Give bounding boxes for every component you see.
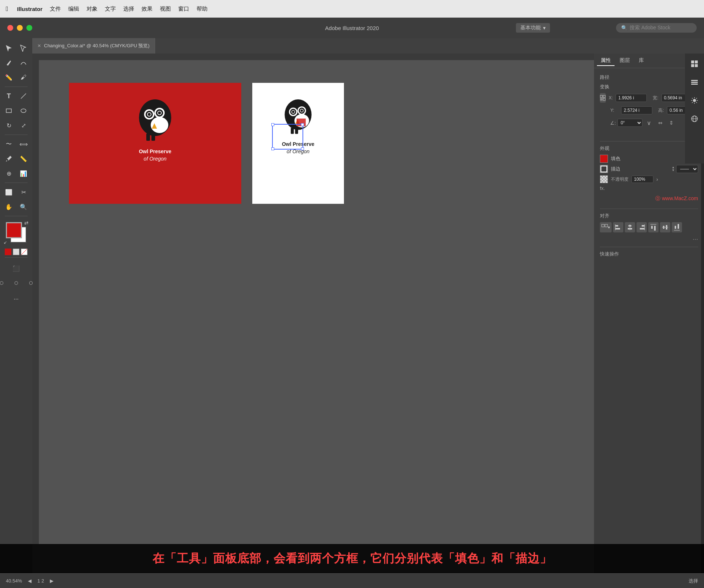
transform-anchor-icon[interactable] [600, 93, 606, 103]
align-center-v-button[interactable] [660, 222, 670, 232]
minimize-button[interactable] [17, 25, 23, 31]
nav-next[interactable]: ▶ [50, 578, 54, 584]
extra-tool1[interactable]: ⬡ [0, 276, 8, 290]
angle-select[interactable]: 0° 90° 180° 270° [617, 119, 642, 127]
svg-rect-43 [600, 98, 602, 100]
x-input[interactable] [616, 94, 647, 102]
brush-tools: ✏️ 🖌 [2, 70, 30, 84]
flip-vertical-button[interactable]: ⇕ [667, 118, 676, 128]
slice-tool[interactable]: ✂ [16, 185, 30, 199]
direct-selection-tool[interactable] [16, 41, 30, 55]
annotation-text: 在「工具」面板底部，会看到两个方框，它们分别代表「填色」和「描边」 [153, 551, 552, 567]
extra-tool2[interactable]: ⬡ [9, 276, 23, 290]
svg-rect-63 [675, 226, 676, 229]
workspace-selector[interactable]: 基本功能 ▾ [516, 23, 550, 33]
type-tool[interactable]: T [2, 89, 16, 103]
owl-logo-1: Owl Preserve of Oregon [133, 98, 177, 162]
globe-icon[interactable] [689, 113, 700, 125]
svg-rect-49 [615, 228, 620, 229]
graph-tool[interactable]: 📊 [16, 166, 30, 180]
flip-horizontal-button[interactable]: ⇔ [656, 118, 665, 128]
fullscreen-button[interactable] [26, 25, 32, 31]
fx-label[interactable]: fx. [600, 185, 605, 191]
zoom-tool[interactable]: 🔍 [16, 200, 30, 214]
align-center-h-button[interactable] [625, 222, 635, 232]
rotate-tool[interactable]: ↻ [2, 118, 16, 132]
menu-select[interactable]: 选择 [123, 5, 134, 12]
measure-tool[interactable]: 📏 [16, 152, 30, 166]
menu-help[interactable]: 帮助 [197, 5, 208, 12]
menu-object[interactable]: 对象 [87, 5, 98, 12]
status-bar: 40.54% ◀ 1 2 ▶ 选择 [0, 573, 704, 588]
svg-rect-4 [695, 60, 698, 63]
menu-bar:  Illustrator 文件 编辑 对象 文字 选择 效果 视图 窗口 帮助 [0, 0, 704, 18]
change-screen-mode[interactable]: ⬛ [9, 261, 23, 275]
layers-icon[interactable] [689, 76, 700, 88]
warp-tool[interactable]: 〜 [2, 137, 16, 151]
align-to-dropdown[interactable]: ▾ [600, 222, 612, 232]
document-tab[interactable]: ✕ Changing_Color.ai* @ 40.54% (CMYK/GPU … [32, 38, 155, 54]
swap-colors-button[interactable]: ⇄ [24, 220, 29, 226]
menu-edit[interactable]: 编辑 [68, 5, 79, 12]
more-tools[interactable]: ··· [9, 292, 23, 306]
menu-view[interactable]: 视图 [160, 5, 171, 12]
zoom-level[interactable]: 40.54% [6, 578, 22, 584]
angle-expand[interactable]: ∨ [647, 120, 651, 126]
pencil-tool[interactable]: ✏️ [2, 70, 16, 84]
y-input[interactable] [621, 106, 652, 114]
selection-tool[interactable] [2, 41, 16, 55]
stroke-stepper[interactable]: ▲ ▼ [672, 166, 675, 172]
default-colors-button[interactable]: ↙ [4, 240, 7, 245]
curvature-tool[interactable] [16, 56, 30, 70]
align-right-button[interactable] [637, 222, 647, 232]
artboard-tool[interactable]: ⬜ [2, 185, 16, 199]
stroke-swatch[interactable] [600, 165, 608, 173]
tab-library[interactable]: 库 [635, 56, 648, 66]
hand-tool[interactable]: ✋ [2, 200, 16, 214]
tab-properties[interactable]: 属性 [597, 56, 615, 66]
transform-more[interactable]: ··· [600, 130, 698, 137]
align-more[interactable]: ··· [600, 235, 698, 243]
menu-illustrator[interactable]: Illustrator [17, 6, 43, 12]
menu-effect[interactable]: 效果 [142, 5, 153, 12]
color-mode-row [5, 249, 27, 255]
gradient-indicator[interactable] [21, 249, 27, 255]
align-top-button[interactable] [648, 222, 659, 232]
ellipse-tool[interactable] [16, 104, 30, 118]
fill-color-box[interactable] [6, 222, 22, 238]
opacity-more[interactable]: › [656, 176, 658, 182]
properties-icon[interactable] [689, 95, 700, 106]
align-left-button[interactable] [613, 222, 623, 232]
none-indicator[interactable] [13, 249, 19, 255]
width-tool[interactable]: ⟺ [16, 137, 30, 151]
svg-point-36 [301, 110, 303, 112]
nav-prev[interactable]: ◀ [28, 578, 32, 584]
pen-tool[interactable] [2, 56, 16, 70]
menu-text[interactable]: 文字 [105, 5, 116, 12]
svg-line-0 [21, 93, 26, 99]
brush-tool[interactable]: 🖌 [16, 70, 30, 84]
svg-point-15 [151, 117, 168, 133]
extra-tool3[interactable]: ⬡ [24, 276, 38, 290]
apple-logo[interactable]:  [6, 5, 8, 13]
opacity-swatch[interactable] [600, 175, 608, 183]
fill-swatch[interactable] [600, 155, 608, 163]
fill-indicator[interactable] [5, 249, 11, 255]
app-title: Adobe Illustrator 2020 [325, 25, 379, 31]
stroke-dropdown[interactable]: —— [676, 165, 698, 173]
eyedropper-tool[interactable] [2, 152, 16, 166]
close-button[interactable] [7, 25, 13, 31]
line-tool[interactable] [16, 89, 30, 103]
tab-close[interactable]: ✕ [37, 43, 41, 48]
symbol-sprayer[interactable]: ⊕ [2, 166, 16, 180]
menu-window[interactable]: 窗口 [178, 5, 189, 12]
menu-file[interactable]: 文件 [50, 5, 61, 12]
toolbar-divider3 [5, 183, 27, 183]
adobe-stock-search[interactable]: 🔍 搜索 Adobe Stock [616, 23, 697, 33]
library-icon[interactable] [689, 58, 700, 70]
scale-tool[interactable]: ⤢ [16, 118, 30, 132]
tab-layers[interactable]: 图层 [616, 56, 634, 66]
align-bottom-button[interactable] [672, 222, 682, 232]
opacity-input[interactable] [631, 176, 653, 183]
rectangle-tool[interactable] [2, 104, 16, 118]
